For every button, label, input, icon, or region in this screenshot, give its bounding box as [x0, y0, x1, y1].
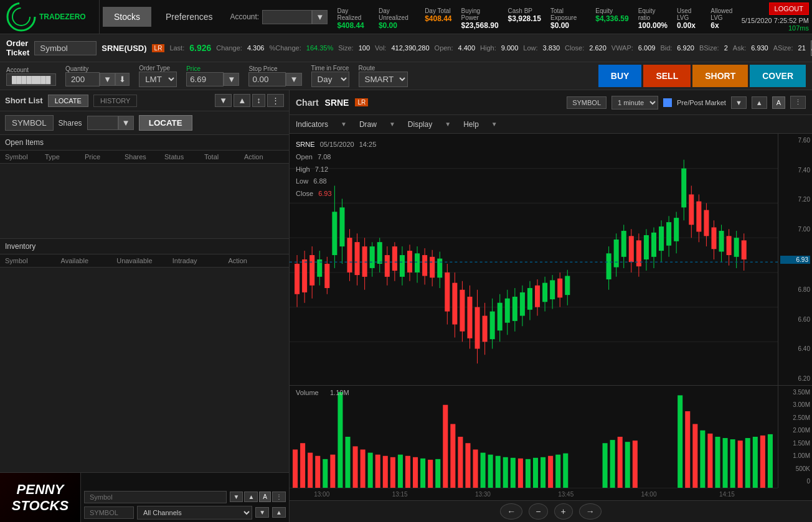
nav-expand-btn[interactable]: ⋮	[267, 94, 284, 107]
channel-nav-btn2[interactable]: ▲	[272, 507, 286, 518]
inv-col-unavailable: Unavailable	[116, 257, 172, 264]
svg-rect-135	[398, 455, 403, 488]
stocks-button[interactable]: Stocks	[103, 7, 151, 27]
svg-rect-148	[496, 456, 501, 488]
price-6-20: 6.20	[780, 375, 810, 382]
chart-timeframe-select[interactable]: 1 minute	[611, 96, 658, 110]
channel-select[interactable]: All Channels	[137, 506, 252, 520]
shares-dropdown-btn[interactable]: ▼	[118, 116, 134, 130]
sell-button[interactable]: SELL	[643, 65, 691, 87]
open-label: Open:	[435, 44, 453, 52]
logout-button[interactable]: LOGOUT	[769, 2, 809, 15]
svg-point-1	[12, 8, 30, 26]
preferences-button[interactable]: Preferences	[154, 7, 224, 27]
price-input[interactable]	[186, 72, 224, 86]
svg-rect-126	[330, 455, 335, 488]
quantity-input[interactable]	[65, 72, 100, 86]
price-down-btn[interactable]: ▼	[224, 73, 239, 86]
day-total-value: $408.44	[425, 14, 451, 23]
history-tab[interactable]: HISTORY	[93, 95, 138, 107]
chat-down-btn[interactable]: ▼	[230, 492, 243, 502]
svg-rect-152	[526, 459, 531, 488]
stop-price-input[interactable]	[248, 72, 286, 86]
shares-input[interactable]	[87, 116, 118, 130]
symbol-search-input[interactable]	[34, 41, 97, 55]
svg-rect-45	[430, 257, 435, 277]
nav-down-btn[interactable]: ▼	[215, 94, 232, 107]
account-input[interactable]	[262, 10, 312, 24]
svg-rect-128	[345, 437, 350, 488]
chart-down-btn[interactable]: ▼	[731, 96, 747, 109]
locate-tab[interactable]: LOCATE	[48, 95, 88, 107]
svg-rect-65	[505, 299, 510, 323]
logo-text: TRADEZERO	[39, 12, 86, 21]
price-7-00: 7.00	[780, 226, 810, 233]
route-select[interactable]: SMART	[359, 72, 408, 87]
penny-stocks-line1: PENNY	[17, 482, 64, 498]
chat-expand-btn[interactable]: ⋮	[272, 492, 286, 502]
volume-label: Volume	[296, 389, 319, 396]
chart-expand-btn[interactable]: ⋮	[790, 96, 806, 109]
svg-rect-171	[738, 440, 743, 488]
order-type-select[interactable]: LMTMKT	[139, 72, 177, 87]
bsize-value: 2	[724, 44, 728, 52]
account-ctrl-label: Account	[6, 67, 56, 73]
chart-up-btn[interactable]: ▲	[752, 96, 767, 109]
short-button[interactable]: SHORT	[692, 65, 748, 87]
price-label: Price	[186, 65, 239, 72]
svg-rect-140	[435, 459, 440, 488]
quantity-icon-btn[interactable]: ⬇	[115, 73, 130, 86]
svg-rect-121	[293, 450, 298, 488]
channel-nav-btn1[interactable]: ▼	[255, 507, 269, 518]
chart-info-symbol: SRNE	[296, 141, 315, 148]
prepost-btn[interactable]: Pre/Post Market	[677, 99, 726, 106]
cover-button[interactable]: COVER	[750, 65, 806, 87]
draw-btn[interactable]: Draw	[359, 120, 377, 129]
chart-info-high-value: 7.12	[315, 165, 328, 173]
symbol-field[interactable]	[84, 506, 134, 519]
account-dropdown-btn[interactable]: ▼	[312, 10, 328, 24]
chat-up-btn[interactable]: ▲	[244, 492, 258, 502]
shares-label: Shares	[59, 119, 82, 128]
stop-price-label: Stop Price	[248, 65, 301, 72]
open-items-body	[0, 164, 289, 238]
svg-rect-73	[535, 286, 540, 307]
chart-zoom-in-btn[interactable]: +	[554, 503, 573, 520]
penny-stocks-line2: STOCKS	[12, 498, 68, 514]
svg-rect-97	[659, 226, 664, 251]
help-btn[interactable]: Help	[463, 120, 479, 129]
svg-rect-150	[511, 458, 516, 488]
display-btn[interactable]: Display	[408, 120, 432, 129]
locate-action-btn[interactable]: LOCATE	[139, 115, 192, 131]
svg-rect-139	[428, 460, 433, 488]
chart-symbol-btn[interactable]: SYMBOL	[567, 96, 607, 109]
buy-button[interactable]: BUY	[598, 65, 642, 87]
vol-label: Vol:	[375, 44, 386, 52]
cash-bp-label: Cash BP	[508, 7, 541, 14]
chart-info-time: 14:25	[359, 141, 377, 148]
chart-main-area: SRNE 05/15/2020 14:25 Open 7.08 High 7.1…	[290, 134, 812, 385]
chart-zoom-out-btn[interactable]: −	[529, 503, 547, 520]
price-7-20: 7.20	[780, 196, 810, 203]
vwap-value: 6.009	[638, 44, 656, 52]
time-in-force-select[interactable]: DayGTC	[311, 72, 349, 87]
chat-a-btn[interactable]: A	[259, 492, 271, 502]
inv-col-available: Available	[61, 257, 117, 264]
svg-rect-17	[324, 264, 329, 288]
used-lvg-value: 0.00x	[677, 21, 701, 30]
stop-price-down-btn[interactable]: ▼	[286, 73, 301, 86]
chart-a-btn[interactable]: A	[772, 96, 785, 109]
svg-rect-21	[339, 207, 344, 246]
quantity-down-btn[interactable]: ▼	[100, 73, 115, 86]
chart-info-close-value: 6.93	[318, 190, 331, 197]
symbol-btn[interactable]: SYMBOL	[5, 115, 54, 131]
vol-price-3-50m: 3.50M	[780, 389, 810, 396]
nav-up-btn[interactable]: ▲	[234, 94, 250, 107]
chat-symbol-input[interactable]	[84, 491, 227, 503]
nav-move-btn[interactable]: ↕	[252, 94, 265, 107]
chart-zoom-back-btn[interactable]: ←	[500, 503, 522, 520]
draw-chevron: ▼	[389, 121, 395, 128]
size-label: Size:	[338, 44, 353, 52]
chart-zoom-forward-btn[interactable]: →	[579, 503, 602, 520]
indicators-btn[interactable]: Indicators	[296, 120, 328, 129]
